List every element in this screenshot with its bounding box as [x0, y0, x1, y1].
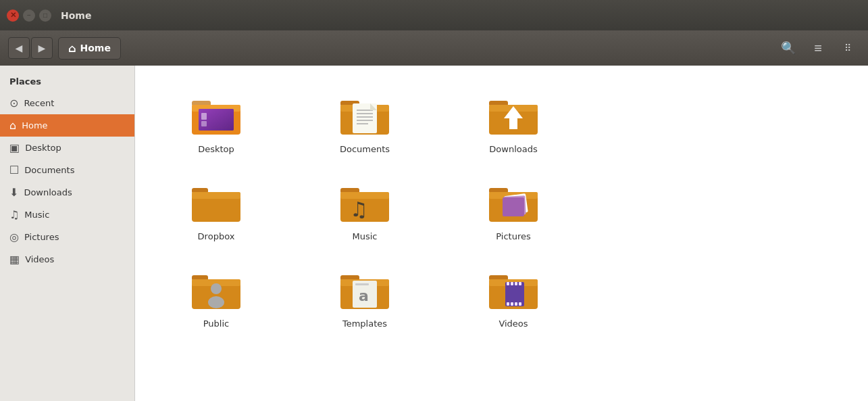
- minimize-button[interactable]: −: [23, 9, 35, 22]
- forward-button[interactable]: ▶: [31, 37, 53, 59]
- sidebar-label-music: Music: [24, 210, 49, 220]
- sidebar-label-desktop: Desktop: [25, 143, 61, 153]
- sidebar-item-desktop[interactable]: ▣ Desktop: [0, 137, 134, 159]
- sidebar-item-pictures[interactable]: ◎ Pictures: [0, 226, 134, 248]
- file-item-music[interactable]: ♫ Music: [311, 173, 419, 247]
- public-folder-icon: [189, 266, 243, 313]
- maximize-button[interactable]: □: [39, 9, 51, 22]
- svg-rect-51: [515, 282, 517, 285]
- downloads-sidebar-icon: ⬇: [9, 186, 18, 199]
- desktop-folder-icon: [189, 91, 243, 139]
- videos-folder-icon: [486, 266, 540, 313]
- sidebar-label-videos: Videos: [25, 254, 54, 264]
- svg-rect-33: [503, 197, 524, 216]
- svg-rect-50: [511, 282, 513, 285]
- svg-rect-44: [355, 283, 369, 285]
- window-controls: ✕ − □: [7, 9, 51, 22]
- file-item-dropbox[interactable]: Dropbox: [162, 173, 270, 247]
- file-item-videos[interactable]: Videos: [459, 260, 567, 334]
- file-grid: Desktop Documents: [162, 86, 841, 334]
- breadcrumb-label: Home: [80, 43, 110, 53]
- dropbox-folder-icon: [189, 179, 243, 226]
- documents-sidebar-icon: ☐: [9, 164, 19, 176]
- templates-folder-icon: a: [338, 266, 392, 313]
- recent-icon: ⊙: [9, 97, 18, 110]
- svg-rect-56: [519, 302, 521, 306]
- back-button[interactable]: ◀: [8, 37, 30, 59]
- sidebar-section-title: Places: [0, 74, 134, 92]
- minimize-icon: −: [27, 11, 31, 19]
- svg-point-38: [208, 296, 224, 308]
- maximize-icon: □: [43, 11, 47, 19]
- downloads-folder-icon: [486, 91, 540, 139]
- list-view-icon: ≡: [814, 41, 822, 56]
- documents-folder-icon: [338, 91, 392, 139]
- titlebar: ✕ − □ Home: [0, 0, 868, 30]
- music-sidebar-icon: ♫: [9, 208, 19, 221]
- documents-label: Documents: [340, 144, 390, 154]
- svg-rect-54: [511, 302, 513, 306]
- home-sidebar-icon: ⌂: [9, 119, 16, 132]
- sidebar-label-documents: Documents: [24, 165, 74, 175]
- svg-rect-23: [192, 192, 240, 199]
- sidebar-label-pictures: Pictures: [24, 232, 59, 242]
- pictures-sidebar-icon: ◎: [9, 231, 19, 243]
- close-icon: ✕: [10, 11, 16, 20]
- public-label: Public: [203, 319, 229, 329]
- close-button[interactable]: ✕: [7, 9, 19, 22]
- sidebar-item-documents[interactable]: ☐ Documents: [0, 159, 134, 181]
- svg-text:a: a: [359, 287, 369, 304]
- sidebar-item-recent[interactable]: ⊙ Recent: [0, 92, 134, 114]
- search-icon: 🔍: [781, 41, 796, 55]
- pictures-label: Pictures: [496, 231, 530, 241]
- pictures-folder-icon: [486, 179, 540, 226]
- svg-rect-55: [515, 302, 517, 306]
- grid-view-icon: ⠿: [844, 43, 852, 53]
- videos-label: Videos: [499, 319, 528, 329]
- svg-text:♫: ♫: [350, 197, 368, 221]
- breadcrumb-home[interactable]: ⌂ Home: [58, 37, 121, 60]
- main-layout: Places ⊙ Recent ⌂ Home ▣ Desktop ☐ Docum…: [0, 66, 868, 401]
- svg-rect-49: [507, 282, 509, 285]
- window-title: Home: [61, 10, 91, 21]
- file-item-desktop[interactable]: Desktop: [162, 86, 270, 160]
- dropbox-label: Dropbox: [198, 231, 235, 241]
- sidebar-item-downloads[interactable]: ⬇ Downloads: [0, 181, 134, 204]
- sidebar-item-home[interactable]: ⌂ Home: [0, 114, 134, 137]
- sidebar-item-videos[interactable]: ▦ Videos: [0, 248, 134, 270]
- file-item-public[interactable]: Public: [162, 260, 270, 334]
- file-item-templates[interactable]: a Templates: [311, 260, 419, 334]
- music-label: Music: [353, 231, 378, 241]
- nav-buttons: ◀ ▶: [8, 37, 53, 59]
- desktop-sidebar-icon: ▣: [9, 141, 20, 154]
- forward-icon: ▶: [39, 43, 46, 53]
- sidebar: Places ⊙ Recent ⌂ Home ▣ Desktop ☐ Docum…: [0, 66, 135, 401]
- sidebar-item-music[interactable]: ♫ Music: [0, 204, 134, 226]
- music-folder-icon: ♫: [338, 179, 392, 226]
- sidebar-label-recent: Recent: [24, 98, 54, 108]
- desktop-label: Desktop: [198, 144, 234, 154]
- sidebar-label-downloads: Downloads: [24, 187, 72, 197]
- search-button[interactable]: 🔍: [776, 36, 800, 60]
- file-item-documents[interactable]: Documents: [311, 86, 419, 160]
- list-view-button[interactable]: ≡: [806, 36, 830, 60]
- back-icon: ◀: [16, 43, 23, 53]
- svg-rect-53: [507, 302, 509, 306]
- svg-rect-5: [201, 113, 207, 120]
- svg-rect-52: [519, 282, 521, 285]
- sidebar-label-home: Home: [22, 120, 47, 131]
- grid-view-button[interactable]: ⠿: [836, 36, 860, 60]
- svg-point-37: [211, 283, 222, 294]
- downloads-label: Downloads: [489, 144, 537, 154]
- svg-rect-6: [201, 121, 207, 126]
- templates-label: Templates: [342, 319, 387, 329]
- file-item-pictures[interactable]: Pictures: [459, 173, 567, 247]
- file-item-downloads[interactable]: Downloads: [459, 86, 567, 160]
- videos-sidebar-icon: ▦: [9, 253, 20, 266]
- home-icon: ⌂: [68, 42, 76, 55]
- toolbar: ◀ ▶ ⌂ Home 🔍 ≡ ⠿: [0, 30, 868, 66]
- file-content: Desktop Documents: [135, 66, 868, 401]
